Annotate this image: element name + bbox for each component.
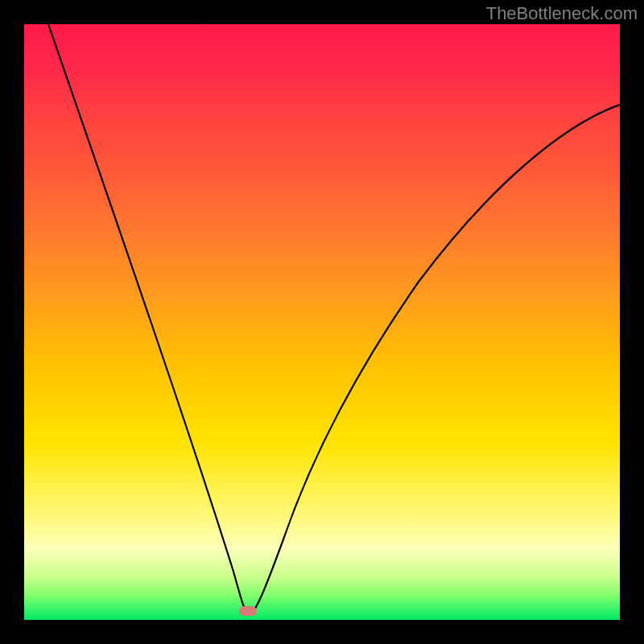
chart-frame: TheBottleneck.com [0, 0, 644, 644]
curve-path [48, 24, 620, 615]
minimum-marker [239, 606, 257, 616]
bottleneck-curve [24, 24, 620, 620]
plot-area [24, 24, 620, 620]
watermark-text: TheBottleneck.com [486, 3, 638, 24]
